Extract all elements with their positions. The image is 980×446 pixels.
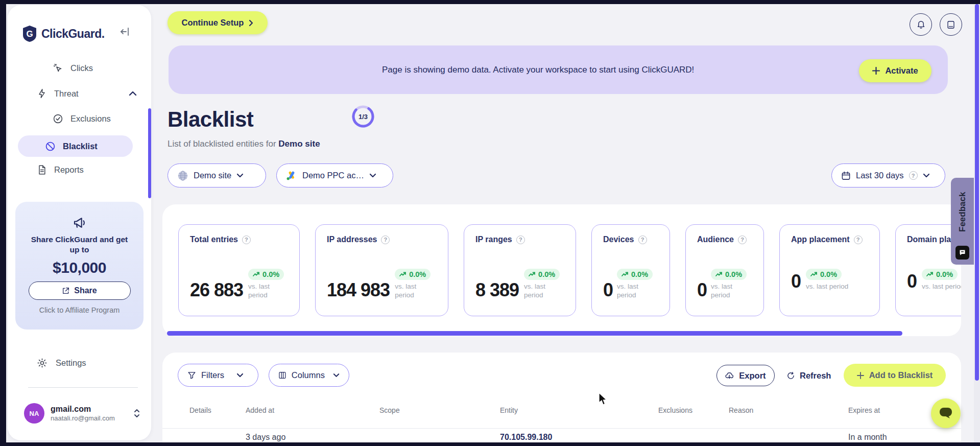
add-to-blacklist-button[interactable]: Add to Blacklist: [844, 364, 946, 387]
help-icon: ?: [909, 171, 918, 180]
help-icon[interactable]: ?: [381, 236, 390, 244]
vs-period-label: vs. last period: [806, 282, 848, 291]
sidebar-collapse-icon[interactable]: [120, 27, 130, 37]
scrollbar-thumb[interactable]: [167, 331, 902, 336]
trending-up-icon: [253, 272, 260, 277]
continue-setup-button[interactable]: Continue Setup: [168, 11, 268, 34]
promo-text: Share ClickGuard and get up to: [15, 234, 144, 255]
column-header-exclusions[interactable]: Exclusions: [658, 406, 692, 414]
stat-value: 0: [697, 281, 707, 299]
account-email: naatali.ro@gmail.com: [51, 414, 133, 422]
help-icon[interactable]: ?: [638, 236, 647, 244]
cursor-click-icon: [53, 63, 63, 74]
clickguard-logo-icon: G: [22, 25, 37, 42]
add-to-blacklist-label: Add to Blacklist: [869, 370, 933, 380]
delta-badge: 0.0%: [395, 269, 431, 280]
column-header-expires-at[interactable]: Expires at: [848, 406, 880, 414]
svg-text:G: G: [26, 29, 33, 39]
expand-up-down-icon: [133, 408, 140, 418]
stat-label: Total entries: [190, 235, 238, 244]
ppc-account-selector[interactable]: Demo PPC ac…: [276, 163, 393, 187]
chevron-down-icon: [923, 173, 930, 178]
help-icon[interactable]: ?: [242, 236, 251, 244]
chevron-right-icon: [249, 19, 253, 27]
export-button[interactable]: Export: [716, 365, 775, 386]
affiliate-promo-card: Share ClickGuard and get up to $10,000 S…: [15, 202, 144, 330]
delta-badge: 0.0%: [806, 269, 842, 280]
site-selector[interactable]: Demo site: [168, 163, 266, 187]
sidebar-item-blacklist-active[interactable]: Blacklist: [18, 135, 133, 157]
sidebar-item-clicks[interactable]: Clicks: [53, 63, 93, 74]
delta-badge: 0.0%: [248, 269, 284, 280]
bell-icon: [916, 19, 926, 30]
stat-label: IP ranges: [475, 235, 512, 244]
cell-added-at: 3 days ago: [246, 433, 285, 442]
sidebar-item-threat[interactable]: Threat: [37, 88, 137, 99]
cards-horizontal-scrollbar[interactable]: [162, 331, 961, 336]
book-icon: [946, 20, 955, 30]
site-selector-value: Demo site: [194, 171, 231, 180]
sidebar-item-label: Blacklist: [63, 142, 98, 151]
sidebar-item-settings[interactable]: Settings: [37, 358, 86, 368]
sidebar: G ClickGuard. Clicks Thr: [8, 5, 151, 440]
help-icon[interactable]: ?: [738, 236, 747, 244]
date-range-selector[interactable]: Last 30 days ?: [831, 163, 945, 187]
help-icon[interactable]: ?: [516, 236, 525, 244]
chevron-down-icon: [236, 373, 244, 378]
column-header-scope[interactable]: Scope: [379, 406, 400, 414]
sidebar-item-exclusions[interactable]: Exclusions: [53, 113, 111, 124]
filters-dropdown[interactable]: Filters: [178, 364, 258, 387]
chevron-down-icon: [333, 373, 340, 378]
stat-value: 0: [603, 281, 613, 299]
sidebar-scrollbar[interactable]: [148, 108, 151, 198]
share-button[interactable]: Share: [29, 281, 131, 300]
stat-card-audience: Audience? 0 0.0% vs. last period: [685, 224, 764, 316]
affiliate-link[interactable]: Click to Affiliate Program: [15, 306, 144, 314]
logo: G ClickGuard.: [22, 25, 139, 43]
stat-value: 0: [791, 272, 801, 291]
stat-label: App placement: [791, 235, 850, 244]
table-header-divider: [162, 428, 961, 429]
export-label: Export: [739, 371, 766, 381]
sidebar-item-label: Clicks: [70, 63, 93, 73]
column-header-entity[interactable]: Entity: [500, 406, 518, 414]
chat-launcher-button[interactable]: [931, 398, 961, 428]
external-link-icon: [62, 287, 70, 295]
stat-value: 0: [907, 272, 917, 291]
progress-label: 1/3: [351, 104, 375, 129]
sidebar-item-reports[interactable]: Reports: [37, 165, 84, 175]
gear-icon: [37, 358, 47, 368]
globe-icon: [177, 170, 188, 181]
column-header-details[interactable]: Details: [189, 406, 211, 414]
columns-dropdown[interactable]: Columns: [269, 364, 349, 387]
table-row[interactable]: 3 days ago 70.105.99.180 In a month: [162, 431, 961, 442]
column-header-added-at[interactable]: Added at: [246, 406, 274, 414]
account-switcher[interactable]: NA gmail.com naatali.ro@gmail.com: [24, 402, 140, 425]
refresh-button[interactable]: Refresh: [786, 365, 831, 386]
page-vertical-scrollbar[interactable]: [974, 4, 980, 442]
cloud-download-icon: [725, 371, 734, 380]
stat-card-ip-ranges: IP ranges? 8 389 0.0% vs. last period: [464, 224, 576, 316]
vs-period-label: vs. last period: [524, 282, 554, 299]
chat-bubble-icon: [939, 407, 953, 420]
chevron-down-icon: [369, 173, 376, 178]
vs-period-label: vs. last period: [248, 282, 278, 299]
activate-button[interactable]: Activate: [859, 59, 931, 82]
stat-card-ip-addresses: IP addresses? 184 983 0.0% vs. last peri…: [315, 224, 448, 316]
scrollbar-thumb[interactable]: [975, 4, 979, 381]
stat-label: IP addresses: [327, 235, 377, 244]
trending-up-icon: [810, 272, 818, 277]
help-icon[interactable]: ?: [854, 236, 863, 244]
document-icon: [37, 165, 47, 175]
delta-badge: 0.0%: [922, 269, 958, 280]
feedback-tab[interactable]: Feedback: [951, 178, 974, 265]
stat-label: Devices: [603, 235, 634, 244]
vs-period-label: vs. last period: [395, 282, 424, 299]
docs-button[interactable]: [940, 13, 962, 36]
notifications-button[interactable]: [910, 13, 932, 36]
delta-badge: 0.0%: [524, 269, 560, 280]
subtitle-text: List of blacklisted entities for: [168, 139, 276, 149]
subtitle-site-name: Demo site: [278, 139, 320, 149]
column-header-reason[interactable]: Reason: [729, 406, 753, 414]
logo-wordmark: ClickGuard.: [41, 27, 105, 41]
